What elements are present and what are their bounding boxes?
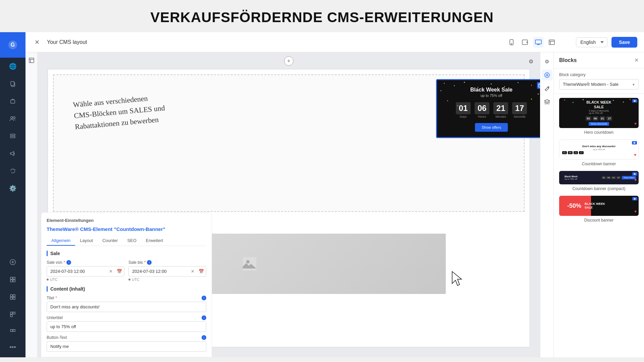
canvas-tool-layout[interactable] [27, 56, 36, 65]
compact-thumb-fav-icon[interactable]: ♥ [634, 178, 637, 182]
topbar: ✕ Your CMS layout [25, 32, 644, 52]
sidebar-icon-users[interactable] [0, 110, 25, 127]
svg-rect-18 [10, 312, 12, 314]
clear-sale-bis-icon[interactable]: ✕ [189, 268, 196, 275]
banner-thumb-fav-icon[interactable]: ♥ [634, 153, 636, 157]
blocks-list: ▣ BLACK WEEKSALE 5 days of discountsup t… [554, 94, 644, 357]
untertitel-info-icon[interactable]: i [202, 315, 206, 320]
hero-countdown-label: Hero countdown [559, 130, 639, 135]
compact-thumb-badge: ▣ [632, 172, 637, 176]
mobile-device-btn[interactable] [506, 37, 517, 48]
svg-rect-22 [13, 329, 15, 331]
sidebar-icon-copy[interactable] [0, 75, 25, 93]
button-text-info-icon[interactable]: i [202, 335, 206, 340]
hero-thumb-show-btn[interactable]: Show discounts [589, 122, 609, 126]
sale-von-utc: UTC [47, 278, 124, 282]
blocks-panel-title: Blocks [559, 57, 577, 63]
hero-thumb-fav-icon[interactable]: ♥ [634, 121, 637, 126]
sidebar-icon-grid4[interactable] [0, 323, 25, 341]
sale-bis-info-icon[interactable]: i [147, 260, 152, 265]
svg-point-26 [527, 42, 527, 43]
sidebar-icon-grid2[interactable] [0, 288, 25, 306]
tab-layout[interactable]: Layout [75, 236, 98, 246]
sidebar-icon-layers[interactable] [0, 127, 25, 145]
svg-rect-29 [29, 58, 34, 63]
svg-point-5 [11, 117, 13, 119]
cms-element-title: ThemeWare® CMS-Element "Countdown-Banner… [47, 226, 206, 232]
layout-view-btn[interactable] [546, 37, 557, 48]
timer-seconds: 17 Seconds [512, 102, 527, 118]
discount-banner-thumb: ▣ -50% BLACK WEEKSALE ♥ [559, 196, 639, 216]
discount-thumb-fav-icon[interactable]: ♥ [634, 209, 637, 214]
panel-tool-settings[interactable]: ⚙ [542, 56, 552, 67]
panel-tool-layers[interactable] [542, 97, 552, 107]
svg-rect-3 [11, 81, 14, 85]
hero-countdown-thumb: ▣ BLACK WEEKSALE 5 days of discountsup t… [559, 98, 639, 128]
svg-rect-10 [10, 277, 12, 279]
tab-seo[interactable]: SEO [122, 236, 141, 246]
app-logo[interactable]: G [0, 32, 25, 58]
svg-rect-14 [10, 295, 12, 297]
timer-days: 01 Days [456, 102, 471, 118]
tab-erweitert[interactable]: Erweitert [141, 236, 168, 246]
tab-allgemein[interactable]: Allgemein [47, 236, 75, 246]
titel-field: Titel * i [47, 296, 206, 312]
titel-input[interactable] [47, 302, 206, 312]
sale-section-label: Sale [47, 251, 206, 256]
svg-rect-20 [10, 315, 12, 317]
required-star: * [64, 260, 65, 265]
compact-show-btn[interactable]: Show offers [622, 176, 636, 179]
svg-rect-4 [11, 100, 15, 103]
block-hero-countdown[interactable]: ▣ BLACK WEEKSALE 5 days of discountsup t… [559, 98, 639, 135]
block-countdown-compact[interactable]: ▣ Black Weekup to 75% off 01 06 21 17 Sh… [559, 171, 639, 191]
button-text-label: Button-Text [47, 335, 67, 340]
sale-von-info-icon[interactable]: i [66, 260, 71, 265]
blocks-panel: Blocks ✕ Block category ThemeWare® Moder… [553, 52, 644, 357]
sidebar-icon-megaphone[interactable] [0, 145, 25, 162]
discount-thumb-badge: ▣ [632, 197, 637, 200]
sidebar-icon-grid1[interactable] [0, 271, 25, 288]
canvas-settings-icon[interactable]: ⚙ [526, 56, 536, 66]
sidebar-more-dots[interactable]: ••• [0, 341, 25, 354]
panel-tool-edit[interactable] [542, 83, 552, 94]
sidebar-icon-box[interactable] [0, 93, 25, 110]
language-select[interactable]: English Deutsch [576, 37, 607, 47]
banner-settings-icon[interactable] [537, 82, 540, 89]
sidebar-dark: G 🌐 [0, 32, 25, 357]
sale-von-field: Sale von * i ✕ 📅 [47, 260, 124, 282]
svg-point-31 [246, 260, 250, 263]
show-offers-button[interactable]: Show offers [475, 123, 508, 132]
calendar-sale-von-icon[interactable]: 📅 [116, 268, 123, 275]
countdown-compact-label: Countdown banner (compact) [559, 186, 639, 191]
button-text-input[interactable] [47, 341, 206, 352]
hero-thumb-badge: ▣ [632, 99, 637, 103]
svg-rect-28 [549, 40, 554, 45]
category-select[interactable]: ThemeWare® Modern - Sale ThemeWare® Mode… [559, 79, 639, 89]
block-discount-banner[interactable]: ▣ -50% BLACK WEEKSALE ♥ Discount banner [559, 196, 639, 223]
block-countdown-banner[interactable]: ▣ Don't miss any discounts! up to 75% of… [559, 139, 639, 166]
save-button[interactable]: Save [611, 37, 637, 48]
content-section-label: Content (Inhalt) [47, 286, 206, 292]
discount-banner-label: Discount banner [559, 218, 639, 223]
untertitel-input[interactable] [47, 321, 206, 332]
sidebar-icon-refresh[interactable] [0, 162, 25, 180]
titel-info-icon[interactable]: i [202, 296, 206, 300]
close-button[interactable]: ✕ [32, 38, 42, 47]
tab-counter[interactable]: Counter [98, 236, 122, 246]
sidebar-icon-grid3[interactable] [0, 306, 25, 323]
clear-sale-von-icon[interactable]: ✕ [107, 268, 114, 275]
svg-rect-17 [13, 297, 15, 299]
desktop-device-btn[interactable] [533, 37, 544, 48]
sidebar-icon-plus-circle[interactable] [0, 253, 25, 271]
svg-rect-32 [539, 84, 540, 87]
panel-tool-add[interactable] [542, 70, 552, 80]
calendar-sale-bis-icon[interactable]: 📅 [198, 268, 205, 275]
sale-fields-row: Sale von * i ✕ 📅 [47, 260, 206, 282]
sidebar-icon-gear[interactable]: ⚙️ [0, 180, 25, 197]
sidebar-icon-globe[interactable]: 🌐 [0, 58, 25, 75]
tablet-device-btn[interactable] [520, 37, 530, 48]
add-block-button[interactable]: + [284, 56, 293, 66]
main-container: G 🌐 [0, 32, 644, 357]
sale-von-label: Sale von [47, 260, 62, 265]
blocks-panel-close[interactable]: ✕ [634, 57, 639, 63]
